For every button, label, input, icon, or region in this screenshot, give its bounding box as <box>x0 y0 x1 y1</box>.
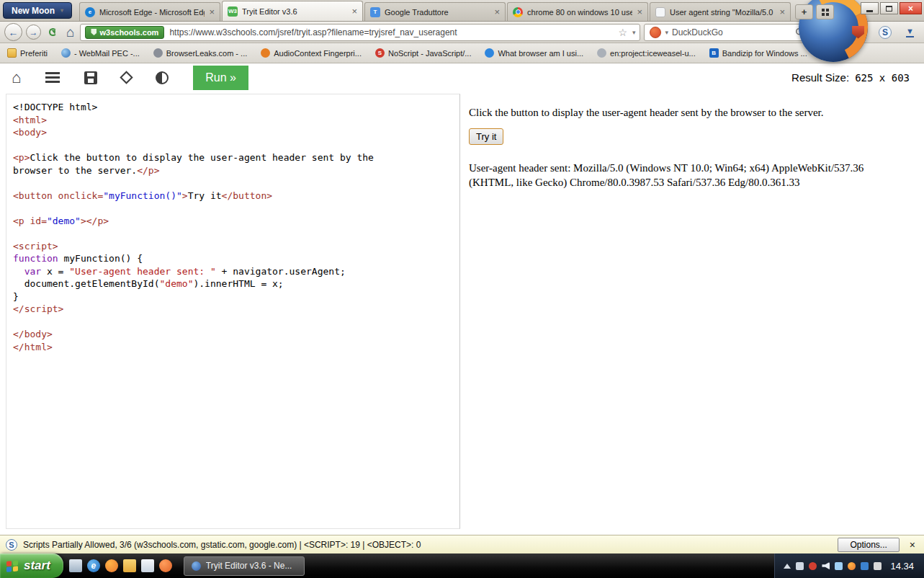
bookmark-leaks[interactable]: BrowserLeaks.com - ... <box>153 48 247 58</box>
tab-w3schools[interactable]: W3Tryit Editor v3.6× <box>222 1 363 21</box>
result-pane: Click the button to display the user-age… <box>460 94 918 535</box>
folder-icon <box>7 48 17 58</box>
taskbar-task-button[interactable]: Tryit Editor v3.6 - Ne... <box>184 556 305 576</box>
site-identity-badge[interactable]: w3schools.com <box>85 26 164 39</box>
battery-icon[interactable] <box>874 562 882 570</box>
bookmark-noscript[interactable]: SNoScript - JavaScript/... <box>375 48 472 58</box>
firefox-icon[interactable] <box>105 559 118 572</box>
options-button[interactable]: Options... <box>838 538 899 552</box>
tab-close-icon[interactable]: × <box>351 6 357 16</box>
code-token: > <box>182 190 188 201</box>
tab-label: chrome 80 on windows 10 user s... <box>527 8 632 17</box>
bookmark-bandizip[interactable]: BBandizip for Windows ... <box>709 48 807 58</box>
back-button[interactable]: ← <box>4 23 22 41</box>
url-text[interactable]: https://www.w3schools.com/jsref/tryit.as… <box>169 27 613 37</box>
code-line <box>13 139 453 152</box>
close-button[interactable]: × <box>900 2 922 14</box>
tab-translate[interactable]: TGoogle Traduttore× <box>364 2 506 21</box>
duckduckgo-icon <box>650 27 661 38</box>
tab-close-icon[interactable]: × <box>494 7 500 17</box>
new-tab-button[interactable]: + <box>795 4 813 19</box>
noscript-statusbar: S Scripts Partially Allowed, 3/6 (w3scho… <box>0 535 924 553</box>
code-line: } <box>13 290 453 303</box>
start-button[interactable]: start <box>0 553 63 578</box>
forward-button[interactable]: → <box>26 25 41 40</box>
code-token: } <box>13 291 19 302</box>
bookmark-label: AudioContext Fingerpri... <box>274 49 362 58</box>
media-player-icon[interactable] <box>159 559 172 572</box>
dark-mode-icon[interactable] <box>156 71 169 84</box>
search-engine-dropdown-icon[interactable]: ▾ <box>665 29 668 36</box>
url-bar[interactable]: w3schools.com https://www.w3schools.com/… <box>80 24 640 41</box>
tab-chrome[interactable]: chrome 80 on windows 10 user s...× <box>507 2 648 21</box>
chrome-favicon <box>513 7 523 17</box>
code-token: var <box>24 266 41 277</box>
search-bar[interactable]: ▾ DuckDuckGo <box>644 24 811 41</box>
menu-icon[interactable] <box>45 72 60 84</box>
refresh-button[interactable] <box>45 25 60 40</box>
file-explorer-icon[interactable] <box>123 559 136 572</box>
noscript-icon: S <box>375 48 385 58</box>
internet-explorer-icon[interactable]: e <box>87 559 100 572</box>
tab-label: Google Traduttore <box>385 8 490 17</box>
window-controls: × <box>861 2 922 14</box>
title-bar: New Moon ▾ eMicrosoft Edge - Microsoft E… <box>0 0 924 22</box>
leaks-icon <box>153 48 163 58</box>
tab-close-icon[interactable]: × <box>637 7 642 17</box>
all-tabs-button[interactable] <box>816 4 834 19</box>
noscript-toolbar-icon[interactable]: S <box>879 26 892 39</box>
bandizip-icon: B <box>709 48 719 58</box>
bookmark-folder[interactable]: Preferiti <box>7 48 48 58</box>
code-line: var x = "User-agent header sent: " + nav… <box>13 265 453 278</box>
urlbar-dropdown-icon[interactable]: ▾ <box>632 29 636 36</box>
result-intro-text: Click the button to display the user-age… <box>469 107 910 119</box>
network-icon[interactable] <box>835 562 843 570</box>
downloads-icon[interactable]: ▼ <box>906 27 914 37</box>
spaces-icon[interactable] <box>120 71 133 84</box>
bookmark-star-icon[interactable]: ☆ <box>618 27 627 38</box>
refresh-icon <box>49 28 57 36</box>
try-it-button[interactable]: Try it <box>469 128 503 145</box>
app-menu-button[interactable]: New Moon ▾ <box>3 2 72 19</box>
save-icon[interactable] <box>84 71 97 84</box>
code-line: </script> <box>13 303 453 316</box>
code-line: </html> <box>13 341 453 354</box>
tab-page[interactable]: User agent string "Mozilla/5.0 (...× <box>650 2 791 21</box>
bookmark-label: - WebMail PEC -... <box>74 49 140 58</box>
code-editor[interactable]: <!DOCTYPE html><html><body> <p>Click the… <box>6 94 460 529</box>
tab-close-icon[interactable]: × <box>209 7 215 17</box>
maximize-button[interactable] <box>880 2 898 14</box>
firefox-icon[interactable] <box>848 562 856 570</box>
tab-edge[interactable]: eMicrosoft Edge - Microsoft Edge ...× <box>79 2 220 21</box>
code-token: browser to the server. <box>13 165 137 176</box>
status-text: Scripts Partially Allowed, 3/6 (w3school… <box>23 540 832 550</box>
show-desktop-icon[interactable] <box>69 559 82 572</box>
bookmark-browser[interactable]: What browser am I usi... <box>485 48 583 58</box>
noscript-icon[interactable]: S <box>6 539 17 551</box>
editor-home-icon[interactable]: ⌂ <box>12 70 21 86</box>
palemoon-page-icon <box>192 561 201 571</box>
run-button[interactable]: Run » <box>193 66 248 90</box>
bookmark-audio[interactable]: AudioContext Fingerpri... <box>261 48 362 58</box>
display-icon[interactable] <box>796 562 804 570</box>
code-token: </script> <box>13 303 63 314</box>
tab-close-icon[interactable]: × <box>779 7 785 17</box>
bluetooth-icon[interactable] <box>861 562 869 570</box>
home-button[interactable]: ⌂ <box>66 25 74 40</box>
bookmark-label: en:project:iceweasel-u... <box>610 49 696 58</box>
code-token: "myFunction()" <box>103 190 182 201</box>
code-line: document.getElementById("demo").innerHTM… <box>13 277 453 290</box>
bookmark-wiki[interactable]: en:project:iceweasel-u... <box>597 48 696 58</box>
statusbar-close-icon[interactable]: × <box>910 539 915 551</box>
code-token: <p id= <box>13 215 47 226</box>
hidden-icons-chevron-icon[interactable] <box>784 564 791 569</box>
tab-strip: eMicrosoft Edge - Microsoft Edge ...×W3T… <box>79 0 792 21</box>
bookmark-globe[interactable]: - WebMail PEC -... <box>61 48 140 58</box>
minimize-button[interactable] <box>861 2 879 14</box>
code-token: </html> <box>13 342 53 352</box>
volume-icon[interactable] <box>822 562 830 570</box>
site-identity-label: w3schools.com <box>99 28 158 37</box>
code-token: document.getElementById( <box>13 278 160 289</box>
antivirus-icon[interactable] <box>809 562 817 570</box>
mail-icon[interactable] <box>141 559 154 572</box>
